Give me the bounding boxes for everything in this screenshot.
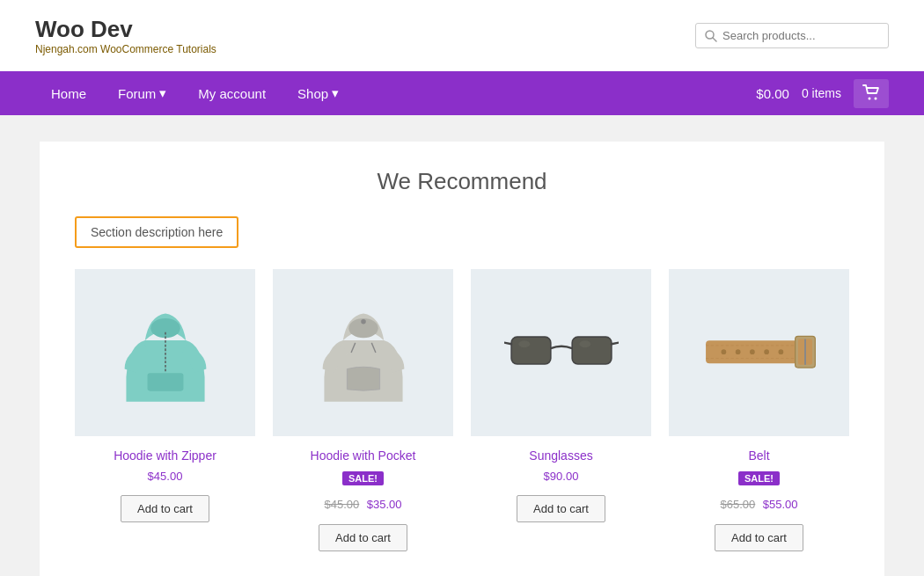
cart-amount: $0.00 [756, 86, 789, 101]
chevron-down-icon: ▾ [159, 85, 166, 101]
add-to-cart-sunglasses[interactable]: Add to cart [517, 495, 605, 522]
cart-icon-button[interactable] [854, 79, 889, 108]
add-to-cart-belt[interactable]: Add to cart [715, 524, 803, 551]
sale-badge-belt: SALE! [738, 471, 780, 485]
search-input[interactable] [722, 29, 879, 42]
original-price-belt: $65.00 [721, 498, 756, 511]
product-price-hoodie-zipper: $45.00 [75, 470, 255, 483]
site-tagline: Njengah.com WooCommerce Tutorials [35, 43, 216, 55]
nav-item-forum[interactable]: Forum ▾ [102, 71, 182, 115]
product-image-belt [669, 269, 849, 436]
site-title: Woo Dev [35, 16, 216, 43]
svg-point-10 [361, 319, 366, 324]
svg-rect-11 [511, 337, 551, 364]
svg-line-1 [713, 38, 716, 41]
add-to-cart-hoodie-pocket[interactable]: Add to cart [319, 524, 407, 551]
svg-point-4 [150, 318, 180, 338]
sunglasses-image [504, 295, 619, 410]
product-name-sunglasses: Sunglasses [471, 448, 651, 463]
product-name-hoodie-zipper: Hoodie with Zipper [75, 448, 255, 463]
product-image-hoodie-pocket [273, 269, 453, 436]
product-name-belt: Belt [669, 448, 849, 463]
svg-point-15 [518, 340, 530, 347]
svg-rect-5 [147, 373, 183, 390]
product-card-belt: Belt SALE! $65.00 $55.00 Add to cart [669, 269, 849, 551]
svg-line-14 [611, 342, 618, 344]
svg-line-13 [504, 342, 511, 344]
search-form[interactable] [695, 23, 889, 48]
sale-price-hoodie-pocket: $35.00 [367, 498, 402, 511]
search-icon [705, 30, 717, 42]
product-price-sunglasses: $90.00 [471, 470, 651, 483]
original-price-hoodie-pocket: $45.00 [325, 498, 360, 511]
product-card-hoodie-pocket: Hoodie with Pocket SALE! $45.00 $35.00 A… [273, 269, 453, 551]
belt-image [702, 295, 817, 410]
chevron-down-icon: ▾ [332, 85, 339, 101]
product-image-sunglasses [471, 269, 651, 436]
section-description[interactable]: Section description here [75, 216, 238, 248]
sale-price-belt: $55.00 [763, 498, 798, 511]
main-nav: Home Forum ▾ My account Shop ▾ $0.00 0 i… [0, 71, 924, 115]
section-title: We Recommend [75, 168, 849, 195]
cart-items-count: 0 items [802, 86, 841, 100]
svg-point-25 [778, 349, 783, 354]
product-image-hoodie-zipper [75, 269, 255, 436]
svg-rect-12 [572, 337, 612, 364]
svg-point-23 [750, 349, 755, 354]
hoodie-zipper-image [108, 295, 223, 410]
product-card-sunglasses: Sunglasses $90.00 Add to cart [471, 269, 651, 551]
svg-point-24 [764, 349, 769, 354]
sale-badge-hoodie-pocket: SALE! [342, 471, 384, 485]
hoodie-pocket-image [306, 295, 421, 410]
svg-point-2 [869, 97, 871, 99]
svg-point-16 [579, 340, 590, 347]
nav-item-my-account[interactable]: My account [182, 72, 282, 115]
product-card-hoodie-zipper: Hoodie with Zipper $45.00 Add to cart [75, 269, 255, 551]
nav-links: Home Forum ▾ My account Shop ▾ [35, 71, 355, 115]
nav-item-home[interactable]: Home [35, 72, 102, 115]
products-grid: Hoodie with Zipper $45.00 Add to cart [75, 269, 849, 551]
site-header: Woo Dev Njengah.com WooCommerce Tutorial… [0, 0, 924, 71]
svg-point-21 [721, 349, 726, 354]
svg-point-22 [735, 349, 740, 354]
product-name-hoodie-pocket: Hoodie with Pocket [273, 448, 453, 463]
main-content: We Recommend Section description here [40, 142, 884, 576]
site-branding: Woo Dev Njengah.com WooCommerce Tutorial… [35, 16, 216, 55]
svg-point-3 [875, 97, 877, 99]
cart-icon [862, 84, 880, 100]
add-to-cart-hoodie-zipper[interactable]: Add to cart [121, 495, 209, 522]
nav-item-shop[interactable]: Shop ▾ [282, 71, 355, 115]
cart-area: $0.00 0 items [756, 79, 889, 108]
